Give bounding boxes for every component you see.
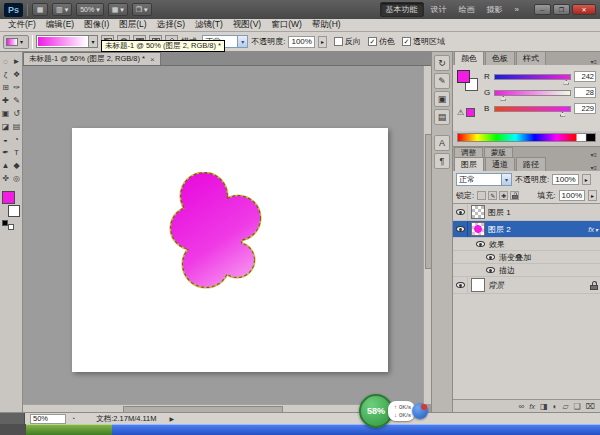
red-slider-thumb[interactable] [563,80,569,85]
layer1-thumbnail[interactable] [471,205,485,219]
visibility-toggle[interactable] [453,221,468,237]
fill-input[interactable]: 100% [559,190,585,201]
screen-mode-button[interactable]: ❐▾ [132,3,152,16]
delete-layer-icon[interactable]: ⌧ [586,402,595,411]
fill-spinner[interactable]: ▸ [588,190,597,201]
lasso-tool[interactable]: ζ [0,68,11,81]
panel-menu-icon[interactable]: ▾≡ [587,151,600,158]
panel-foreground-swatch[interactable] [457,70,470,83]
document-page[interactable] [72,128,388,372]
tab-color[interactable]: 颜色 [454,51,484,65]
layer-row-layer2-selected[interactable]: 图层 2 fx ▾ [453,221,600,238]
path-selection-tool[interactable]: ▲ [0,159,11,172]
new-layer-icon[interactable]: ❏ [574,402,581,411]
stroke-effect-row[interactable]: 描边 [453,264,600,277]
brush-panel-icon[interactable]: ✎ [434,73,450,89]
menu-file[interactable]: 文件(F) [3,19,41,31]
stroke-visibility-toggle[interactable] [484,267,496,273]
panel-menu-icon[interactable]: ▾≡ [587,164,600,171]
tab-paths[interactable]: 路径 [516,157,546,171]
blue-slider[interactable] [494,106,571,112]
green-value-input[interactable]: 28 [574,87,596,98]
add-layer-mask-icon[interactable]: ◨ [540,402,548,411]
layers-opacity-spinner[interactable]: ▸ [582,174,591,185]
character-panel-icon[interactable]: A [434,135,450,151]
dither-checkbox[interactable]: ✓ [368,37,377,46]
hand-tool[interactable]: ✜ [0,172,11,185]
opacity-spinner[interactable]: ▸ [318,36,327,48]
close-button[interactable]: ✕ [572,4,596,15]
green-slider[interactable] [494,90,571,96]
minimize-button[interactable]: ─ [534,4,551,15]
menu-image[interactable]: 图像(I) [79,19,114,31]
blue-slider-thumb[interactable] [560,112,566,117]
layer2-thumbnail[interactable] [471,222,485,236]
layers-blend-mode-dropdown[interactable]: 正常 ▾ [456,173,512,186]
tab-styles[interactable]: 样式 [516,51,546,65]
adjustment-layer-icon[interactable]: ◐ [553,402,558,411]
tab-channels[interactable]: 通道 [485,157,515,171]
lock-transparency-button[interactable] [477,191,486,200]
dodge-tool[interactable]: ◔ [11,133,22,146]
foreground-color-swatch[interactable] [2,191,15,204]
lock-position-button[interactable]: ✚ [499,191,508,200]
vertical-scrollbar-thumb[interactable] [425,134,431,269]
downloader-app-icon[interactable] [412,403,428,419]
view-extras-button[interactable]: ▥▾ [52,3,72,16]
layers-opacity-input[interactable]: 100% [552,174,578,185]
layer-name[interactable]: 背景 [488,280,504,291]
tab-swatches[interactable]: 色板 [485,51,515,65]
link-layers-icon[interactable]: ∞ [519,402,525,411]
stroke-label[interactable]: 描边 [499,265,515,276]
effects-header-row[interactable]: 效果 [453,238,600,251]
document-tab[interactable]: 未标题-1 @ 50% (图层 2, RGB/8) * × [23,52,161,65]
workspace-more-button[interactable]: » [510,4,524,15]
gradient-overlay-label[interactable]: 渐变叠加 [499,252,531,263]
background-color-swatch[interactable] [8,205,20,217]
background-thumbnail[interactable] [471,278,485,292]
restore-button[interactable]: ❐ [553,4,570,15]
visibility-toggle[interactable] [453,277,468,293]
download-speed-overlay[interactable]: 58% ↑0K/s ↓0K/s [359,394,428,428]
menu-help[interactable]: 帮助(H) [307,19,346,31]
blur-tool[interactable]: ◒ [0,133,11,146]
red-value-input[interactable]: 242 [574,71,596,82]
layer-row-layer1[interactable]: 图层 1 [453,204,600,221]
menu-filter[interactable]: 滤镜(T) [190,19,228,31]
gamut-warning[interactable]: ⚠ [457,108,475,117]
layer-comps-panel-icon[interactable]: ▤ [434,109,450,125]
history-panel-icon[interactable]: ↻ [434,55,450,71]
rectangular-marquee-tool[interactable]: ◌ [0,55,11,68]
pen-tool[interactable]: ✒ [0,146,11,159]
layer-row-background[interactable]: 背景 [453,277,600,294]
panel-menu-icon[interactable]: ▾≡ [587,58,600,65]
statusbar-zoom-input[interactable]: 50% [30,414,66,424]
layer-style-icon[interactable]: fx [529,402,535,411]
menu-window[interactable]: 窗口(W) [266,19,307,31]
menu-edit[interactable]: 编辑(E) [41,19,79,31]
layer-name[interactable]: 图层 2 [488,224,511,235]
effects-visibility-toggle[interactable] [474,241,486,247]
layer-style-badge[interactable]: fx ▾ [588,225,598,234]
healing-brush-tool[interactable]: ✚ [0,94,11,107]
history-brush-tool[interactable]: ↺ [11,107,22,120]
type-tool[interactable]: T [11,146,22,159]
color-spectrum-ramp[interactable] [457,133,596,142]
menu-layer[interactable]: 图层(L) [114,19,151,31]
workspace-design-button[interactable]: 设计 [426,3,452,16]
menu-select[interactable]: 选择(S) [152,19,190,31]
arrange-documents-button[interactable]: ▦▾ [108,3,128,16]
workspace-photography-button[interactable]: 摄影 [482,3,508,16]
blue-value-input[interactable]: 229 [574,103,596,114]
shape-tool[interactable]: ◆ [11,159,22,172]
visibility-toggle[interactable] [453,204,468,220]
eyedropper-tool[interactable]: ✑ [11,81,22,94]
tool-preset-picker[interactable]: ▾ [3,35,29,49]
move-tool[interactable]: ► [11,55,22,68]
zoom-level-dropdown[interactable]: 50%▾ [76,3,104,16]
workspace-essentials-button[interactable]: 基本功能 [380,2,424,17]
zoom-tool[interactable]: ◎ [11,172,22,185]
gradient-overlay-visibility-toggle[interactable] [484,254,496,260]
crop-tool[interactable]: ⊞ [0,81,11,94]
red-slider[interactable] [494,74,571,80]
